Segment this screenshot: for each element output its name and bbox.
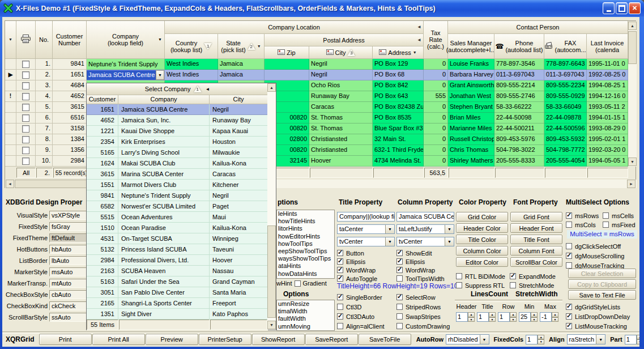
stepper-value[interactable]: 1	[498, 312, 510, 322]
collapse-group-icon[interactable]: ◄	[417, 37, 421, 44]
toolbar-button[interactable]: SaveReport	[305, 334, 358, 345]
dropdown-col-customer[interactable]: Customer	[87, 95, 118, 104]
cell-last-invoice[interactable]: 1995-11-01 0	[587, 59, 628, 70]
number-stepper[interactable]: 1 ▲ ▼	[456, 312, 477, 322]
spin-up-icon[interactable]: ▲	[489, 312, 496, 317]
stepper-value[interactable]: -1	[540, 312, 552, 322]
cell-phone[interactable]: 809-453-5976	[494, 134, 544, 145]
panel-button[interactable]: Editor Color	[456, 257, 508, 267]
checkbox-option[interactable]: ExpandMode	[510, 273, 562, 280]
checkbox[interactable]	[396, 258, 403, 265]
dropdown-list-item[interactable]: 4652 Jamaica Sun, Inc. Runaway Bay	[87, 115, 268, 126]
column-header-city[interactable]: City 3	[309, 46, 373, 59]
stepper-value[interactable]: 1	[456, 312, 468, 322]
cell-last-invoice[interactable]: 1992-03-20 0	[587, 145, 628, 156]
grid-vertical-scrollbar[interactable]: ▲ ▼	[628, 21, 637, 167]
footer-all-button[interactable]: All	[16, 168, 36, 178]
checkbox[interactable]	[396, 275, 403, 282]
company-editor-dropdown-button[interactable]: ▼	[156, 70, 164, 80]
checkbox-option[interactable]: RTL BiDiMode	[456, 273, 509, 280]
spin-up-icon[interactable]: ▲	[531, 312, 538, 317]
option-list-item[interactable]: timalWidth	[277, 308, 334, 315]
stepper-value[interactable]: 1	[477, 312, 489, 322]
checkbox[interactable]	[510, 282, 516, 288]
cell-city[interactable]: Caracas	[309, 102, 373, 113]
cell-address[interactable]: PO Box 643	[373, 91, 424, 102]
spin-down-icon[interactable]: ▼	[531, 317, 538, 322]
dropdown-list-item[interactable]: 3615 Marina SCUBA Center Caracas	[87, 169, 268, 180]
spin-down-icon[interactable]: ▼	[468, 317, 475, 322]
row-checkbox[interactable]	[22, 136, 29, 143]
cell-fax[interactable]: 205-555-4054	[544, 156, 587, 167]
property-value[interactable]: fsGray	[49, 222, 87, 231]
cell-tax-rate[interactable]: 0	[424, 113, 448, 124]
cell-city[interactable]: Ocho Rios	[309, 80, 373, 91]
option-list-item[interactable]: howDataHints	[277, 270, 334, 278]
spin-down-icon[interactable]: ▼	[637, 339, 639, 344]
checkbox[interactable]	[337, 294, 343, 300]
vertical-scroll-thumb[interactable]	[628, 31, 637, 64]
panel-button[interactable]: Column Color	[456, 246, 508, 256]
cell-last-invoice[interactable]: 1994-01-15 1	[587, 113, 628, 124]
cell-address[interactable]: 632-1 Third Frydenhoj	[373, 145, 424, 156]
checkbox-option[interactable]: SingleBorder	[337, 293, 385, 301]
option-list-item[interactable]: umnResize	[277, 300, 334, 308]
cell-address[interactable]: PO Box 82438 Zulu ...	[373, 102, 424, 113]
cell-fax[interactable]: 809-453-5932	[544, 134, 587, 145]
checkbox[interactable]	[337, 258, 343, 265]
cell-fax[interactable]: 809-555-2234	[544, 80, 587, 91]
cell-fax[interactable]: 011-3-697043	[544, 70, 587, 80]
column-header-address[interactable]: Address ▼	[373, 46, 424, 59]
row-select-cell[interactable]	[16, 156, 36, 167]
cell-sales-manager[interactable]: Barbara Harvey	[448, 70, 494, 80]
property-value[interactable]: ssAuto	[49, 313, 87, 322]
cell-company[interactable]: Neptune's Trident Supply ▼	[87, 59, 165, 70]
cell-sales-manager[interactable]: Shirley Mathers	[448, 156, 494, 167]
row-checkbox[interactable]	[22, 158, 29, 165]
column-header-last-invoice[interactable]: Last Invoice (calenda	[587, 34, 628, 59]
cell-last-invoice[interactable]: 1994-12-16 0	[587, 91, 628, 102]
gradient-checkbox[interactable]	[295, 280, 301, 287]
checkbox[interactable]	[566, 212, 572, 219]
sort-order-2-icon[interactable]: 2	[248, 43, 255, 50]
spin-down-icon[interactable]: ▼	[510, 317, 517, 322]
panel-button[interactable]: ScrollBar Color	[510, 257, 562, 267]
dropdown-list-item[interactable]: 6582 Norwest'er SCUBA Limited Paget	[87, 201, 268, 212]
dropdown-scroll-thumb[interactable]	[267, 225, 276, 318]
checkbox-option[interactable]: AutoToggle	[337, 275, 377, 282]
scroll-up-icon[interactable]: ▲	[267, 83, 276, 92]
option-list-item[interactable]: eepShowToolTips	[277, 248, 334, 255]
cell-customer-number[interactable]: 4684	[53, 80, 87, 91]
column-valignment-select[interactable]: tvCenter▼	[396, 237, 454, 246]
cell-sales-manager[interactable]: Russell Christop...	[448, 134, 494, 145]
row-select-cell[interactable]	[16, 102, 36, 113]
dropdown-list-item[interactable]: 1510 Ocean Paradise Kailua-Kona	[87, 223, 268, 233]
company-sort-dropdown-icon[interactable]: ▼	[158, 36, 162, 43]
column-header-tax-rate[interactable]: Tax Rate (calc.)	[424, 21, 448, 59]
checkbox[interactable]	[337, 323, 343, 329]
checkbox-option[interactable]: dgGridStyleLists	[566, 303, 630, 310]
row-select-cell[interactable]	[16, 124, 36, 134]
sort-order-1-icon[interactable]: 1	[204, 43, 212, 50]
dropdown-scrollbar[interactable]: ▲ ▼	[267, 83, 276, 330]
dropdown-list-item[interactable]: 2165 Shangri-La Sports Center Freeport	[87, 298, 268, 309]
checkbox-option[interactable]: Suppress RTL	[456, 282, 509, 289]
row-select-cell[interactable]	[16, 145, 36, 156]
dropdown-list-item[interactable]: 1551 Marmot Divers Club Kitchener	[87, 180, 268, 190]
table-row[interactable]: 1. 9841 Neptune's Trident Supply ▼ West …	[5, 59, 628, 70]
property-value[interactable]: ftDefault	[49, 233, 87, 242]
checkbox[interactable]	[566, 323, 572, 329]
cell-tax-rate[interactable]: 0	[424, 102, 448, 113]
spin-down-icon[interactable]: ▼	[538, 339, 544, 344]
sort-order-3-icon[interactable]: 3	[347, 49, 355, 56]
dropdown-list-item[interactable]: 1624 Makai SCUBA Club Kailua-Kona	[87, 158, 268, 169]
close-button[interactable]: ✕	[629, 2, 641, 14]
panel-button[interactable]: Grid Font	[510, 212, 562, 222]
cell-tax-rate[interactable]: 0	[424, 145, 448, 156]
property-value[interactable]: cbAuto	[49, 290, 87, 299]
dropdown-list-item[interactable]: 9841 Neptune's Trident Supply Negril	[87, 190, 268, 201]
chevron-down-icon[interactable]: ▼	[385, 237, 394, 246]
cell-phone[interactable]: 205-555-8333	[494, 156, 544, 167]
dropdown-title-bar[interactable]: Select Company 1 ◄	[87, 83, 268, 95]
dropdown-list-item[interactable]: 2163 SCUBA Heaven Nassau	[87, 266, 268, 276]
